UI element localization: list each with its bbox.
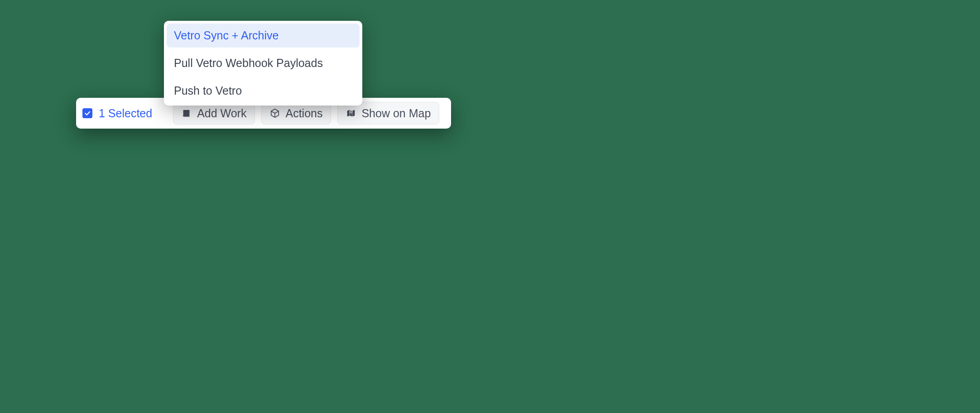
dropdown-item-label: Pull Vetro Webhook Payloads xyxy=(174,57,323,69)
add-work-label: Add Work xyxy=(197,107,246,120)
selected-indicator[interactable]: 1 Selected xyxy=(82,107,152,120)
dropdown-item-vetro-sync-archive[interactable]: Vetro Sync + Archive xyxy=(167,24,360,48)
dropdown-item-label: Vetro Sync + Archive xyxy=(174,29,279,42)
dropdown-item-label: Push to Vetro xyxy=(174,84,242,97)
actions-label: Actions xyxy=(285,107,322,120)
selected-checkbox[interactable] xyxy=(82,108,92,118)
add-work-icon xyxy=(182,108,192,118)
svg-point-1 xyxy=(351,111,351,112)
show-on-map-label: Show on Map xyxy=(361,107,431,120)
selected-count-label: 1 Selected xyxy=(99,107,152,120)
dropdown-item-pull-vetro-webhook[interactable]: Pull Vetro Webhook Payloads xyxy=(164,49,362,77)
dropdown-item-push-to-vetro[interactable]: Push to Vetro xyxy=(164,77,362,105)
cube-icon xyxy=(270,108,280,118)
actions-dropdown-menu: Vetro Sync + Archive Pull Vetro Webhook … xyxy=(164,21,362,106)
map-pin-icon xyxy=(346,108,356,118)
check-icon xyxy=(84,110,91,117)
